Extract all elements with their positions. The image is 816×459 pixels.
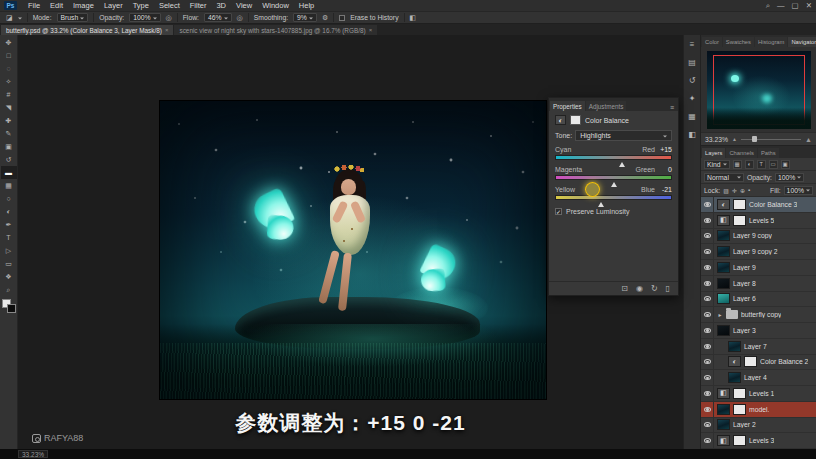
move-tool-icon[interactable]: ✥ — [1, 36, 17, 49]
layer-row[interactable]: Layer 6 — [701, 292, 816, 308]
document-tab-inactive[interactable]: scenic view of night sky with stars-1407… — [174, 25, 377, 35]
maximize-icon[interactable]: ▢ — [792, 1, 799, 10]
layer-name[interactable]: Layer 9 copy — [733, 232, 772, 239]
erase-to-history-checkbox[interactable] — [339, 15, 345, 21]
layer-row[interactable]: ◐ Color Balance 3 — [701, 197, 816, 213]
clip-to-layer-icon[interactable]: ⊡ — [621, 284, 628, 293]
adjustment-layer-icon[interactable]: ◧ — [717, 435, 730, 446]
layer-name[interactable]: Layer 4 — [744, 374, 767, 381]
shape-tool-icon[interactable]: ▭ — [1, 257, 17, 270]
layer-name[interactable]: Color Balance 3 — [749, 201, 797, 208]
visibility-toggle[interactable] — [701, 355, 714, 370]
filter-adjustment-icon[interactable]: ◐ — [745, 160, 754, 169]
layer-name[interactable]: Layer 2 — [733, 421, 756, 428]
navigator-view-box[interactable] — [713, 55, 805, 125]
group-folder-icon[interactable] — [726, 310, 738, 319]
layer-name[interactable]: model. — [749, 406, 769, 413]
menu-select[interactable]: Select — [154, 1, 185, 10]
fill-dropdown[interactable]: 100% — [784, 186, 813, 195]
menu-edit[interactable]: Edit — [45, 1, 68, 10]
search-icon[interactable]: ⌕ — [766, 1, 770, 11]
layer-name[interactable]: Levels 1 — [749, 390, 774, 397]
brush-tool-icon[interactable]: ✎ — [1, 127, 17, 140]
adjustments-panel-icon[interactable]: ✦ — [686, 92, 699, 104]
menu-image[interactable]: Image — [68, 1, 99, 10]
layer-mask-thumbnail[interactable] — [733, 199, 746, 210]
slider-thumb[interactable] — [619, 159, 625, 167]
path-selection-tool-icon[interactable]: ▷ — [1, 244, 17, 257]
panel-menu-icon[interactable]: ≡ — [667, 104, 677, 111]
panel-menu-icon[interactable]: ≡ — [686, 38, 699, 50]
opacity-dropdown[interactable]: 100% — [129, 13, 160, 22]
filter-kind-dropdown[interactable]: Kind — [704, 160, 730, 169]
mode-dropdown[interactable]: Brush — [57, 13, 89, 22]
eyedropper-tool-icon[interactable]: ◥ — [1, 101, 17, 114]
tone-dropdown[interactable]: Highlights — [575, 130, 672, 141]
visibility-toggle[interactable] — [701, 418, 714, 433]
hand-tool-icon[interactable]: ❖ — [1, 270, 17, 283]
filter-shape-icon[interactable]: ▭ — [769, 160, 778, 169]
layer-row[interactable]: Layer 9 copy 2 — [701, 244, 816, 260]
layer-row[interactable]: ◐ Color Balance 2 — [701, 355, 816, 371]
slider-thumb[interactable] — [598, 199, 604, 207]
adjustment-layer-icon[interactable]: ◐ — [717, 199, 730, 210]
magenta-green-value[interactable]: 0 — [655, 166, 672, 173]
close-icon[interactable]: ✕ — [806, 1, 812, 10]
adjustment-layer-icon[interactable]: ◧ — [717, 215, 730, 226]
layer-opacity-dropdown[interactable]: 100% — [775, 173, 804, 182]
preserve-luminosity-checkbox[interactable]: ✓ — [555, 208, 562, 215]
layer-row[interactable]: model. — [701, 402, 816, 418]
gradient-tool-icon[interactable]: ▦ — [1, 179, 17, 192]
navigator-zoom-value[interactable]: 33.23% — [705, 136, 728, 143]
zoom-in-icon[interactable]: ▲ — [805, 136, 812, 143]
layer-thumbnail[interactable] — [717, 230, 730, 241]
visibility-toggle[interactable] — [701, 213, 714, 228]
pressure-opacity-icon[interactable]: ◎ — [166, 14, 172, 22]
tab-channels[interactable]: Channels — [726, 148, 757, 158]
info-panel-icon[interactable]: ▤ — [686, 56, 699, 68]
layer-name[interactable]: Levels 3 — [749, 437, 774, 444]
type-tool-icon[interactable]: T — [1, 231, 17, 244]
layer-name[interactable]: Layer 8 — [733, 280, 756, 287]
layer-mask-thumbnail[interactable] — [733, 404, 746, 415]
layer-thumbnail[interactable] — [717, 262, 730, 273]
tab-properties[interactable]: Properties — [550, 101, 585, 111]
eraser-tool-icon[interactable]: ◪ — [6, 14, 13, 22]
layer-name[interactable]: Layer 3 — [733, 327, 756, 334]
visibility-toggle[interactable] — [701, 244, 714, 259]
document-tab-active[interactable]: butterfly.psd @ 33.2% (Color Balance 3, … — [1, 25, 173, 35]
navigator-preview[interactable] — [701, 47, 816, 133]
yellow-blue-slider[interactable] — [555, 195, 672, 200]
visibility-toggle[interactable] — [701, 292, 714, 307]
adjustment-layer-icon[interactable]: ◐ — [728, 356, 741, 367]
layer-row[interactable]: Layer 3 — [701, 323, 816, 339]
layer-name[interactable]: Layer 7 — [744, 343, 767, 350]
layer-mask-thumbnail[interactable] — [733, 388, 746, 399]
blend-mode-dropdown[interactable]: Normal — [704, 173, 744, 182]
layer-mask-thumbnail[interactable] — [733, 215, 746, 226]
visibility-toggle[interactable] — [701, 339, 714, 354]
layer-name[interactable]: Layer 9 copy 2 — [733, 248, 778, 255]
layer-row[interactable]: Layer 2 — [701, 418, 816, 434]
delete-icon[interactable]: ▯ — [666, 284, 670, 293]
visibility-toggle[interactable] — [701, 323, 714, 338]
clone-stamp-tool-icon[interactable]: ▣ — [1, 140, 17, 153]
menu-type[interactable]: Type — [128, 1, 154, 10]
layer-name[interactable]: Layer 9 — [733, 264, 756, 271]
menu-file[interactable]: File — [23, 1, 45, 10]
menu-view[interactable]: View — [231, 1, 257, 10]
layer-group-row[interactable]: ▸ butterfly copy — [701, 307, 816, 323]
layer-mask-thumbnail[interactable] — [744, 356, 757, 367]
layer-thumbnail[interactable] — [728, 372, 741, 383]
tab-swatches[interactable]: Swatches — [723, 37, 754, 47]
menu-window[interactable]: Window — [257, 1, 294, 10]
layer-thumbnail[interactable] — [717, 278, 730, 289]
layer-thumbnail[interactable] — [717, 293, 730, 304]
layer-row[interactable]: ◧ Levels 3 — [701, 433, 816, 449]
layer-row[interactable]: Layer 9 — [701, 260, 816, 276]
yellow-blue-value[interactable]: -21 — [655, 186, 672, 193]
quick-selection-tool-icon[interactable]: ✧ — [1, 75, 17, 88]
layer-row[interactable]: ◧ Levels 1 — [701, 386, 816, 402]
dodge-tool-icon[interactable]: ◐ — [1, 205, 17, 218]
status-zoom-field[interactable]: 33.23% — [18, 450, 48, 458]
